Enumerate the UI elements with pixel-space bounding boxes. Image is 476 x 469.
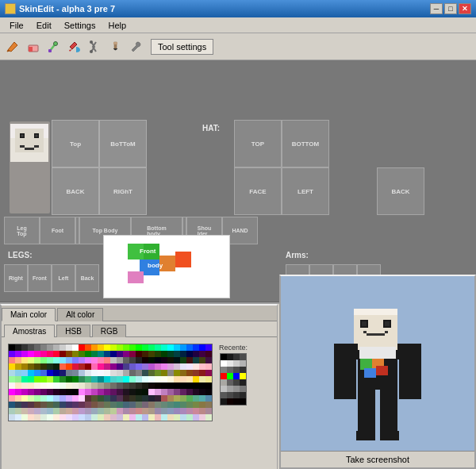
color-swatch[interactable] <box>167 408 174 414</box>
head-right-cell[interactable]: RIGhT <box>99 167 147 215</box>
color-swatch[interactable] <box>40 376 47 383</box>
color-swatch[interactable] <box>167 370 174 376</box>
head-back-cell[interactable]: BACK <box>52 167 99 215</box>
color-swatch[interactable] <box>28 344 34 351</box>
color-swatch[interactable] <box>155 344 161 351</box>
color-swatch[interactable] <box>205 395 212 402</box>
color-swatch[interactable] <box>98 389 104 395</box>
color-swatch[interactable] <box>53 357 60 363</box>
color-swatch[interactable] <box>72 395 79 402</box>
color-swatch[interactable] <box>91 344 98 351</box>
color-swatch[interactable] <box>161 357 167 363</box>
color-swatch[interactable] <box>129 357 136 363</box>
color-swatch[interactable] <box>66 402 72 408</box>
color-swatch[interactable] <box>28 357 34 363</box>
color-swatch[interactable] <box>34 383 40 389</box>
color-swatch[interactable] <box>205 344 212 351</box>
eyedropper-tool[interactable] <box>44 37 63 56</box>
color-swatch[interactable] <box>53 395 60 402</box>
color-swatch[interactable] <box>148 414 155 421</box>
color-swatch[interactable] <box>53 370 60 376</box>
recent-swatch[interactable] <box>233 379 240 386</box>
color-swatch[interactable] <box>85 376 91 383</box>
color-swatch[interactable] <box>129 402 136 408</box>
color-swatch[interactable] <box>104 357 110 363</box>
rgb-tab[interactable]: RGB <box>92 325 127 337</box>
color-swatch[interactable] <box>123 402 129 408</box>
color-swatch[interactable] <box>186 395 193 402</box>
color-swatch[interactable] <box>79 376 85 383</box>
color-swatch[interactable] <box>79 408 85 414</box>
color-swatch[interactable] <box>193 376 199 383</box>
legs-left-cell[interactable]: Left <box>52 264 75 292</box>
color-swatch[interactable] <box>117 383 123 389</box>
menu-help[interactable]: Help <box>102 19 132 32</box>
color-swatch[interactable] <box>60 376 66 383</box>
color-swatch[interactable] <box>136 344 142 351</box>
color-swatch[interactable] <box>180 408 186 414</box>
color-swatch[interactable] <box>142 402 148 408</box>
color-swatch[interactable] <box>180 395 186 402</box>
recent-swatch[interactable] <box>240 392 246 398</box>
color-swatch[interactable] <box>34 376 40 383</box>
color-swatch[interactable] <box>205 363 212 370</box>
eraser-tool[interactable] <box>24 37 43 56</box>
color-swatch[interactable] <box>15 402 21 408</box>
color-swatch[interactable] <box>9 376 15 383</box>
recent-swatch[interactable] <box>227 373 233 379</box>
color-swatch[interactable] <box>142 344 148 351</box>
color-swatch[interactable] <box>28 363 34 370</box>
color-swatch[interactable] <box>155 370 161 376</box>
color-swatch[interactable] <box>155 376 161 383</box>
color-swatch[interactable] <box>85 344 91 351</box>
color-swatch[interactable] <box>34 357 40 363</box>
hat-bottom-cell[interactable]: BOTTOM <box>282 120 329 167</box>
color-swatch[interactable] <box>21 370 28 376</box>
hat-left-cell[interactable]: LEFT <box>282 167 329 215</box>
color-swatch[interactable] <box>193 383 199 389</box>
color-swatch[interactable] <box>21 389 28 395</box>
legs-right-cell[interactable]: Right <box>4 264 28 292</box>
color-swatch[interactable] <box>104 389 110 395</box>
color-swatch[interactable] <box>167 363 174 370</box>
color-swatch[interactable] <box>28 370 34 376</box>
color-swatch[interactable] <box>53 376 60 383</box>
color-swatch[interactable] <box>60 402 66 408</box>
minimize-button[interactable]: ─ <box>430 3 443 14</box>
color-swatch[interactable] <box>53 414 60 421</box>
color-swatch[interactable] <box>142 383 148 389</box>
color-swatch[interactable] <box>155 395 161 402</box>
color-swatch[interactable] <box>34 389 40 395</box>
color-swatch[interactable] <box>40 351 47 357</box>
color-swatch[interactable] <box>155 408 161 414</box>
color-swatch[interactable] <box>199 344 205 351</box>
color-swatch[interactable] <box>129 389 136 395</box>
color-swatch[interactable] <box>98 402 104 408</box>
color-swatch[interactable] <box>40 402 47 408</box>
color-swatch[interactable] <box>15 370 21 376</box>
color-swatch[interactable] <box>148 357 155 363</box>
color-swatch[interactable] <box>34 370 40 376</box>
color-swatch[interactable] <box>40 357 47 363</box>
color-swatch[interactable] <box>136 408 142 414</box>
color-swatch[interactable] <box>9 395 15 402</box>
color-swatch[interactable] <box>161 370 167 376</box>
body-pixel-preview[interactable]: Front body <box>103 235 230 298</box>
color-swatch[interactable] <box>136 351 142 357</box>
color-swatch[interactable] <box>66 414 72 421</box>
color-swatch[interactable] <box>9 363 15 370</box>
color-swatch[interactable] <box>85 402 91 408</box>
color-swatch[interactable] <box>21 383 28 389</box>
color-swatch[interactable] <box>104 383 110 389</box>
color-swatch[interactable] <box>47 402 53 408</box>
color-swatch[interactable] <box>40 395 47 402</box>
color-swatch[interactable] <box>15 383 21 389</box>
color-swatch[interactable] <box>205 383 212 389</box>
color-swatch[interactable] <box>199 370 205 376</box>
color-swatch[interactable] <box>9 357 15 363</box>
color-swatch[interactable] <box>136 383 142 389</box>
color-swatch[interactable] <box>148 408 155 414</box>
color-swatch[interactable] <box>60 414 66 421</box>
color-swatch[interactable] <box>180 414 186 421</box>
color-swatch[interactable] <box>186 408 193 414</box>
